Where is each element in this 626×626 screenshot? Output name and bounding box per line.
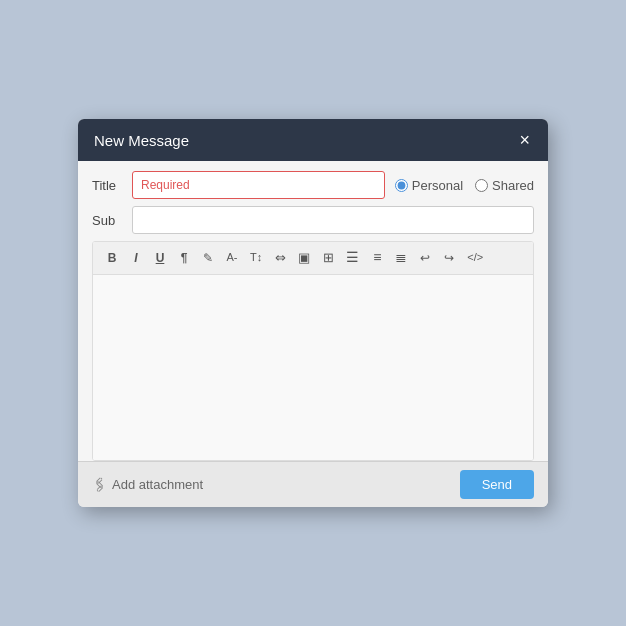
align-left-button[interactable]: ☰	[341, 247, 364, 269]
editor-toolbar: B I U ¶ ✎ A- T↕ ⇔ ▣ ⊞ ☰ ≡ ≣ ↩ ↪ </>	[93, 242, 533, 275]
paperclip-icon: 🖇	[88, 474, 109, 495]
undo-button[interactable]: ↩	[414, 247, 436, 269]
sub-input[interactable]	[132, 206, 534, 234]
radio-personal[interactable]	[395, 179, 408, 192]
link-button[interactable]: ⇔	[269, 247, 291, 269]
dialog-title: New Message	[94, 132, 189, 149]
bold-button[interactable]: B	[101, 247, 123, 269]
italic-button[interactable]: I	[125, 247, 147, 269]
radio-personal-label[interactable]: Personal	[395, 178, 463, 193]
radio-shared[interactable]	[475, 179, 488, 192]
align-center-button[interactable]: ≡	[366, 247, 388, 269]
pencil-button[interactable]: ✎	[197, 247, 219, 269]
dialog-footer: 🖇 Add attachment Send	[78, 461, 548, 507]
editor-content[interactable]	[93, 275, 533, 460]
dialog-body: Title Personal Shared Sub B I	[78, 161, 548, 461]
redo-button[interactable]: ↪	[438, 247, 460, 269]
title-label: Title	[92, 178, 122, 193]
text-height-button[interactable]: T↕	[245, 247, 267, 269]
sub-label: Sub	[92, 213, 122, 228]
dialog-header: New Message ×	[78, 119, 548, 161]
editor-area: B I U ¶ ✎ A- T↕ ⇔ ▣ ⊞ ☰ ≡ ≣ ↩ ↪ </>	[92, 241, 534, 461]
image-button[interactable]: ▣	[293, 247, 315, 269]
paragraph-button[interactable]: ¶	[173, 247, 195, 269]
underline-button[interactable]: U	[149, 247, 171, 269]
send-button[interactable]: Send	[460, 470, 534, 499]
new-message-dialog: New Message × Title Personal Shared Sub	[78, 119, 548, 507]
align-right-button[interactable]: ≣	[390, 247, 412, 269]
radio-group: Personal Shared	[395, 178, 534, 193]
close-button[interactable]: ×	[517, 131, 532, 149]
add-attachment-button[interactable]: 🖇 Add attachment	[92, 477, 203, 493]
radio-shared-label[interactable]: Shared	[475, 178, 534, 193]
font-size-button[interactable]: A-	[221, 247, 243, 269]
title-row: Title Personal Shared	[92, 171, 534, 199]
title-input[interactable]	[132, 171, 385, 199]
sub-row: Sub	[92, 206, 534, 234]
code-button[interactable]: </>	[462, 247, 488, 269]
tag-button[interactable]: ⊞	[317, 247, 339, 269]
